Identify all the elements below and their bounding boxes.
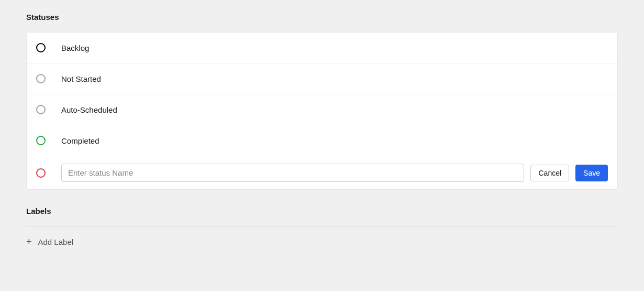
status-row-not-started[interactable]: Not Started: [27, 63, 617, 94]
add-label-text: Add Label: [38, 238, 74, 246]
statuses-card: Backlog Not Started Auto-Scheduled Compl…: [26, 32, 618, 190]
status-label: Not Started: [61, 74, 101, 83]
divider: [26, 226, 618, 227]
status-row-completed[interactable]: Completed: [27, 125, 617, 156]
labels-heading: Labels: [26, 207, 618, 215]
status-row-new: Cancel Save: [27, 156, 617, 189]
labels-section: Labels + Add Label: [26, 207, 618, 249]
status-label: Backlog: [61, 44, 89, 52]
cancel-button[interactable]: Cancel: [530, 165, 569, 181]
circle-icon: [36, 43, 46, 52]
status-label: Auto-Scheduled: [61, 105, 117, 114]
circle-icon: [36, 74, 46, 83]
circle-icon: [36, 136, 46, 145]
plus-icon: +: [26, 237, 32, 246]
new-status-name-input[interactable]: [61, 164, 524, 182]
save-button[interactable]: Save: [575, 165, 608, 181]
add-label-button[interactable]: + Add Label: [26, 235, 73, 249]
statuses-heading: Statuses: [26, 13, 618, 21]
status-label: Completed: [61, 136, 99, 145]
circle-icon: [36, 168, 46, 178]
status-row-auto-scheduled[interactable]: Auto-Scheduled: [27, 94, 617, 125]
statuses-section: Statuses Backlog Not Started Auto-Schedu…: [26, 13, 618, 190]
status-row-backlog[interactable]: Backlog: [27, 33, 617, 63]
circle-icon: [36, 105, 46, 114]
